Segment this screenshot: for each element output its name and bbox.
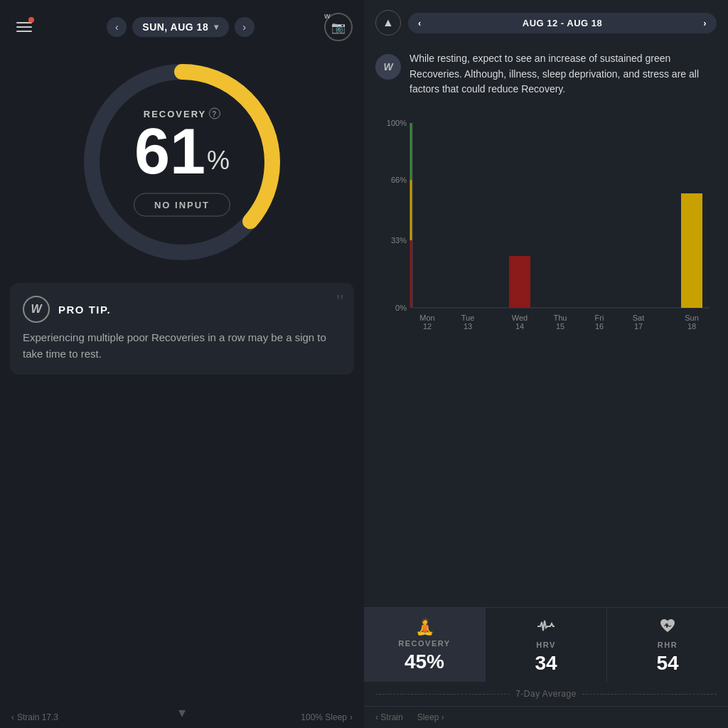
dashed-line-right <box>582 694 717 695</box>
svg-text:13: 13 <box>464 322 472 331</box>
tab-rhr[interactable]: RHR 54 <box>607 608 728 682</box>
svg-text:17: 17 <box>634 322 643 331</box>
menu-button[interactable] <box>11 14 37 40</box>
no-input-button[interactable]: NO INPUT <box>134 193 230 217</box>
svg-text:Wed: Wed <box>512 314 528 322</box>
bottom-row: ‹ Strain Sleep › <box>364 706 728 728</box>
insight-text: While resting, expect to see an increase… <box>410 51 717 97</box>
pro-tip-text: Experiencing multiple poor Recoveries in… <box>23 330 341 362</box>
metrics-tabs: 🧘 RECOVERY 45% HRV 34 RHR 54 <box>364 607 728 682</box>
svg-text:18: 18 <box>687 322 696 331</box>
tab-hrv[interactable]: HRV 34 <box>486 608 607 682</box>
recovery-icon: 🧘 <box>415 618 434 636</box>
svg-text:12: 12 <box>423 322 432 331</box>
insight-box: W While resting, expect to see an increa… <box>364 43 728 109</box>
whoop-w-label: W <box>324 13 331 20</box>
recovery-tab-label: RECOVERY <box>398 639 450 648</box>
bar-sun <box>681 193 702 308</box>
hrv-tab-value: 34 <box>535 652 557 675</box>
quote-icon: " <box>336 290 344 313</box>
hamburger-icon <box>16 22 32 32</box>
svg-text:Mon: Mon <box>419 314 434 322</box>
date-navigation: ‹ SUN, AUG 18 ▾ › <box>107 17 254 37</box>
svg-text:Tue: Tue <box>461 314 475 322</box>
right-date-range[interactable]: ‹ AUG 12 - AUG 18 › <box>408 13 717 33</box>
date-picker[interactable]: SUN, AUG 18 ▾ <box>132 17 228 37</box>
ring-content: RECOVERY ? 61 % NO INPUT <box>134 108 230 217</box>
hrv-icon <box>537 618 555 638</box>
scroll-down-icon[interactable]: ▾ <box>178 704 186 721</box>
bottom-hint: ‹ Strain 17.3 ▾ 100% Sleep › <box>0 685 364 728</box>
rhr-icon <box>659 618 676 638</box>
help-icon[interactable]: ? <box>209 108 220 119</box>
pro-tip-card: " W PRO TIP. Experiencing multiple poor … <box>10 283 354 375</box>
svg-text:Fri: Fri <box>595 314 604 322</box>
recovery-tab-value: 45% <box>405 651 444 673</box>
prev-week-arrow[interactable]: ‹ <box>418 18 422 28</box>
right-top-nav: ▲ ‹ AUG 12 - AUG 18 › <box>364 0 728 43</box>
seven-day-label: 7-Day Average <box>515 689 577 699</box>
svg-text:Sat: Sat <box>633 314 645 322</box>
pro-tip-title: PRO TIP. <box>58 304 111 316</box>
svg-text:33%: 33% <box>391 236 407 245</box>
svg-text:14: 14 <box>515 322 524 331</box>
notification-dot <box>28 17 34 23</box>
recovery-chart: 100% 66% 33% 0% Mon 12 Tue 13 Wed 14 Thu… <box>364 109 728 607</box>
current-date: SUN, AUG 18 <box>142 21 208 33</box>
svg-text:100%: 100% <box>387 119 407 127</box>
recovery-ring-container: RECOVERY ? 61 % NO INPUT <box>75 55 289 269</box>
strain-hint: ‹ Strain 17.3 <box>11 712 58 722</box>
next-week-arrow[interactable]: › <box>703 18 707 28</box>
right-panel: ▲ ‹ AUG 12 - AUG 18 › W While resting, e… <box>364 0 728 728</box>
tab-recovery[interactable]: 🧘 RECOVERY 45% <box>364 608 486 682</box>
hrv-tab-label: HRV <box>536 641 556 649</box>
svg-text:Thu: Thu <box>554 314 567 322</box>
rhr-tab-value: 54 <box>656 652 678 675</box>
prev-date-button[interactable]: ‹ <box>107 17 127 37</box>
pro-tip-header: W PRO TIP. <box>23 296 341 323</box>
bar-wed <box>509 256 530 308</box>
bottom-sleep: Sleep › <box>417 712 444 722</box>
svg-text:66%: 66% <box>391 176 407 184</box>
chevron-down-icon: ▾ <box>214 22 219 32</box>
next-date-button[interactable]: › <box>235 17 255 37</box>
bottom-strain: ‹ Strain <box>375 712 403 722</box>
bar-chart-svg: 100% 66% 33% 0% Mon 12 Tue 13 Wed 14 Thu… <box>375 109 717 350</box>
svg-text:0%: 0% <box>395 304 407 312</box>
date-range-label: AUG 12 - AUG 18 <box>523 18 603 28</box>
sleep-hint: 100% Sleep › <box>301 712 353 722</box>
whoop-logo-icon: W <box>23 296 50 323</box>
left-panel: ‹ SUN, AUG 18 ▾ › W 📷 RECOVERY ? <box>0 0 364 728</box>
svg-text:16: 16 <box>595 322 604 331</box>
dashed-line-left <box>375 694 510 695</box>
whoop-icon-small: W <box>375 54 401 80</box>
rhr-tab-label: RHR <box>658 641 678 649</box>
svg-text:15: 15 <box>556 322 564 331</box>
seven-day-average: 7-Day Average <box>364 682 728 706</box>
camera-button[interactable]: W 📷 <box>324 13 353 41</box>
svg-text:Sun: Sun <box>685 314 699 322</box>
collapse-button[interactable]: ▲ <box>375 10 401 36</box>
top-nav: ‹ SUN, AUG 18 ▾ › W 📷 <box>0 0 364 48</box>
recovery-percentage: 61 % <box>134 119 230 183</box>
